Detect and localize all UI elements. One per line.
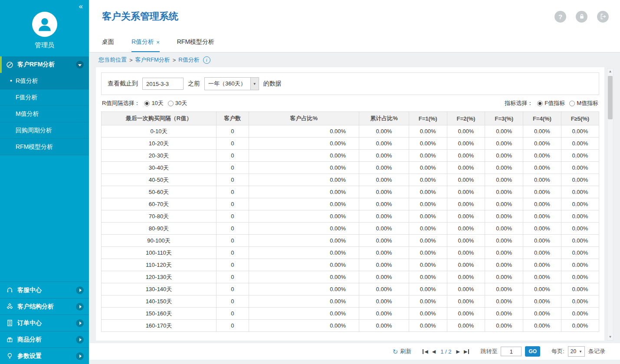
table-cell: 0.00%	[249, 320, 359, 332]
sidebar-item-order-center[interactable]: 订单中心	[0, 315, 89, 331]
table-cell: 0.00%	[561, 138, 599, 150]
sidebar-item-label: 客服中心	[17, 286, 76, 294]
table-row: 120-130天00.00%0.00%0.00%0.00%0.00%0.00%0…	[102, 271, 599, 283]
table-cell: 0	[216, 308, 249, 320]
table-cell: 0.00%	[561, 320, 599, 332]
radio-30-days[interactable]: 30天	[168, 99, 187, 107]
table-cell: 140-150天	[102, 295, 217, 308]
refresh-icon: ↻	[393, 348, 398, 355]
scroll-up-icon[interactable]: ▲	[609, 70, 612, 73]
date-input[interactable]	[142, 78, 184, 90]
filter-label-suffix: 的数据	[263, 80, 282, 88]
page-size-value: 20	[571, 348, 576, 354]
info-icon[interactable]: i	[203, 56, 210, 64]
sidebar-item-repurchase-cycle[interactable]: 回购周期分析	[0, 122, 89, 139]
help-icon[interactable]: ?	[554, 11, 566, 23]
table-cell: 0.00%	[485, 210, 523, 223]
sidebar-item-label: 客户RFM分析	[17, 61, 76, 69]
r-analysis-table: 最后一次购买间隔（R值） 客户数 客户占比% 累计占比% F=1(%) F=2(…	[101, 111, 599, 332]
table-cell: 0-10天	[102, 125, 217, 138]
table-cell: 0.00%	[409, 320, 447, 332]
table-row: 20-30天00.00%0.00%0.00%0.00%0.00%0.00%0.0…	[102, 150, 599, 162]
sidebar-item-rfm-analysis[interactable]: 客户RFM分析	[0, 56, 89, 73]
table-cell: 0.00%	[359, 259, 409, 271]
table-cell: 0.00%	[485, 223, 523, 235]
prev-page-icon[interactable]: ◀	[432, 349, 436, 354]
indicator-options: 指标选择： F值指标 M值指标	[505, 99, 598, 107]
tab-desktop[interactable]: 桌面	[102, 33, 114, 52]
chevron-right-icon[interactable]	[76, 286, 84, 294]
chevron-right-icon[interactable]	[76, 319, 84, 327]
sidebar-item-product-analysis[interactable]: 商品分析	[0, 331, 89, 348]
product-icon	[6, 336, 13, 343]
page-jump: 跳转至 GO	[480, 346, 540, 357]
table-cell: 0.00%	[249, 223, 359, 235]
range-select[interactable]: 一年（360天） ▼	[204, 77, 259, 90]
lock-icon[interactable]	[576, 11, 587, 23]
table-cell: 0.00%	[485, 138, 523, 150]
radio-10-days[interactable]: 10天	[144, 99, 163, 107]
go-button[interactable]: GO	[525, 346, 540, 357]
breadcrumb-prefix: 您当前位置	[98, 56, 127, 64]
table-row: 90-100天00.00%0.00%0.00%0.00%0.00%0.00%0.…	[102, 235, 599, 247]
radio-icon	[168, 101, 174, 106]
sidebar-item-service-center[interactable]: 客服中心	[0, 282, 89, 298]
table-row: 40-50天00.00%0.00%0.00%0.00%0.00%0.00%0.0…	[102, 174, 599, 186]
tab-r-analysis[interactable]: R值分析 ×	[131, 33, 160, 52]
table-cell: 0	[216, 271, 249, 283]
last-page-icon[interactable]: ▶	[464, 349, 469, 354]
app-root: « 管理员 客户RFM分析 R值分析 F值分析 M值分析 回购周期分析 RFM模…	[0, 0, 620, 364]
sidebar-collapse-icon[interactable]: «	[0, 0, 89, 10]
sidebar-item-settings[interactable]: 参数设置	[0, 348, 89, 364]
table-cell: 0.00%	[359, 125, 409, 138]
breadcrumb-separator: >	[129, 57, 133, 63]
table-cell: 0.00%	[409, 210, 447, 223]
refresh-button[interactable]: ↻ 刷新	[393, 348, 412, 355]
table-row: 70-80天00.00%0.00%0.00%0.00%0.00%0.00%0.0…	[102, 210, 599, 223]
scroll-down-icon[interactable]: ▼	[609, 335, 612, 339]
chevron-right-icon[interactable]	[76, 336, 84, 344]
scrollbar[interactable]: ▲ ▼	[607, 68, 613, 341]
sidebar: « 管理员 客户RFM分析 R值分析 F值分析 M值分析 回购周期分析 RFM模…	[0, 0, 89, 364]
chevron-right-icon[interactable]	[76, 303, 84, 311]
logout-icon[interactable]	[597, 11, 609, 23]
sidebar-item-rfm-model[interactable]: RFM模型分析	[0, 139, 89, 155]
sidebar-item-r-analysis[interactable]: R值分析	[0, 73, 89, 89]
close-icon[interactable]: ×	[156, 39, 160, 46]
filter-label-prefix: 查看截止到	[108, 80, 138, 88]
sidebar-item-m-analysis[interactable]: M值分析	[0, 106, 89, 122]
table-row: 140-150天00.00%0.00%0.00%0.00%0.00%0.00%0…	[102, 295, 599, 308]
radio-m-indicator[interactable]: M值指标	[569, 99, 598, 107]
table-cell: 0.00%	[249, 259, 359, 271]
breadcrumb-link-rfm[interactable]: 客户RFM分析	[135, 56, 170, 64]
scrollbar-thumb[interactable]	[608, 76, 613, 119]
interval-label: R值间隔选择：	[102, 99, 140, 107]
first-page-icon[interactable]: ◀	[423, 349, 428, 354]
chevron-right-icon[interactable]	[76, 352, 84, 360]
breadcrumb-link-r-analysis[interactable]: R值分析	[178, 56, 199, 64]
headset-icon	[6, 286, 13, 294]
content-area: 您当前位置 > 客户RFM分析 > R值分析 i 查看截止到 之前 一年（360…	[89, 52, 620, 364]
table-cell: 0	[216, 283, 249, 295]
table-cell: 0.00%	[249, 186, 359, 198]
next-page-icon[interactable]: ▶	[456, 349, 459, 354]
sidebar-item-f-analysis[interactable]: F值分析	[0, 89, 89, 106]
sidebar-item-customer-structure[interactable]: 客户结构分析	[0, 298, 89, 315]
tab-rfm-model[interactable]: RFM模型分析	[177, 33, 214, 52]
radio-f-indicator[interactable]: F值指标	[537, 99, 565, 107]
table-cell: 0.00%	[409, 162, 447, 174]
chevron-down-icon: ▼	[579, 350, 582, 354]
table-cell: 0.00%	[359, 247, 409, 259]
column-header: 客户数	[216, 112, 249, 125]
column-header: 最后一次购买间隔（R值）	[102, 112, 217, 125]
jump-page-input[interactable]	[501, 347, 522, 356]
radio-icon	[144, 101, 150, 106]
chevron-down-icon[interactable]	[76, 61, 84, 69]
radio-label: F值指标	[545, 99, 565, 107]
sidebar-item-label: 订单中心	[17, 319, 76, 327]
table-cell: 0.00%	[523, 247, 561, 259]
table-cell: 0.00%	[409, 223, 447, 235]
page-size-select[interactable]: 20 ▼	[568, 346, 585, 357]
table-cell: 0.00%	[409, 259, 447, 271]
table-row: 100-110天00.00%0.00%0.00%0.00%0.00%0.00%0…	[102, 247, 599, 259]
